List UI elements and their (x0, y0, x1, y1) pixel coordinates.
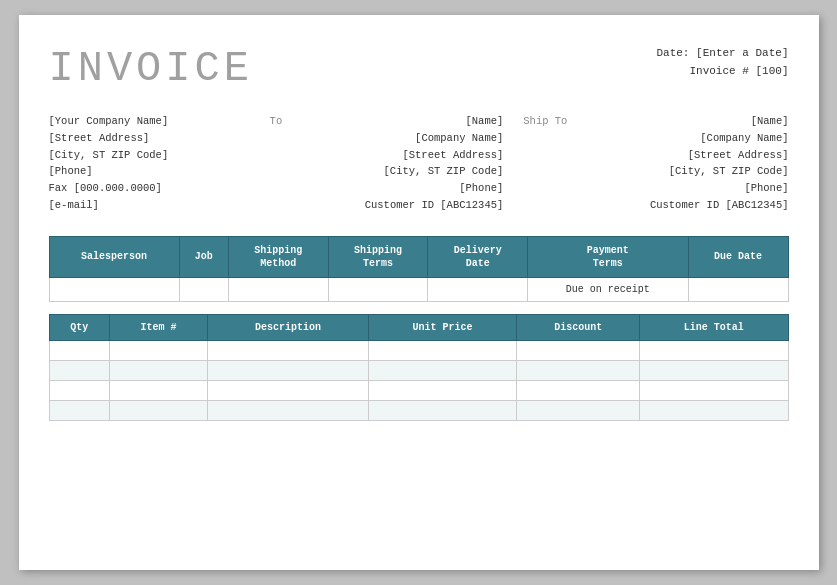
ship-line1: [Name] (587, 113, 788, 130)
item-row (49, 400, 788, 420)
cell-line-total[interactable] (640, 340, 788, 360)
cell-desc[interactable] (208, 360, 369, 380)
from-line2: [Street Address] (49, 130, 250, 147)
cell-item[interactable] (110, 400, 208, 420)
cell-discount[interactable] (517, 400, 640, 420)
cell-due-date[interactable] (688, 277, 788, 301)
item-row (49, 360, 788, 380)
from-line6: [e-mail] (49, 197, 250, 214)
cell-desc[interactable] (208, 340, 369, 360)
items-table: Qty Item # Description Unit Price Discou… (49, 314, 789, 421)
invoice-header: INVOICE Date: [Enter a Date] Invoice # [… (49, 45, 789, 93)
to-line5: [Phone] (302, 180, 503, 197)
ship-line2: [Company Name] (587, 130, 788, 147)
cell-line-total[interactable] (640, 380, 788, 400)
col-line-total: Line Total (640, 314, 788, 340)
cell-line-total[interactable] (640, 400, 788, 420)
col-description: Description (208, 314, 369, 340)
cell-shipping-terms[interactable] (328, 277, 428, 301)
cell-qty[interactable] (49, 380, 110, 400)
to-address: [Name] [Company Name] [Street Address] [… (302, 113, 503, 214)
ship-address: [Name] [Company Name] [Street Address] [… (587, 113, 788, 214)
items-table-section: Qty Item # Description Unit Price Discou… (49, 314, 789, 421)
col-payment-terms: PaymentTerms (528, 236, 689, 277)
cell-unit-price[interactable] (368, 360, 516, 380)
col-salesperson: Salesperson (49, 236, 179, 277)
ship-line4: [City, ST ZIP Code] (587, 163, 788, 180)
to-line1: [Name] (302, 113, 503, 130)
order-table-section: Salesperson Job ShippingMethod ShippingT… (49, 236, 789, 302)
to-line4: [City, ST ZIP Code] (302, 163, 503, 180)
invoice-title: INVOICE (49, 45, 253, 93)
to-line3: [Street Address] (302, 147, 503, 164)
ship-line3: [Street Address] (587, 147, 788, 164)
to-label: To (250, 113, 303, 214)
cell-salesperson[interactable] (49, 277, 179, 301)
header-right: Date: [Enter a Date] Invoice # [100] (656, 45, 788, 80)
cell-discount[interactable] (517, 360, 640, 380)
ship-line6: Customer ID [ABC12345] (587, 197, 788, 214)
cell-desc[interactable] (208, 400, 369, 420)
from-line1: [Your Company Name] (49, 113, 250, 130)
col-shipping-method: ShippingMethod (228, 236, 328, 277)
col-shipping-terms: ShippingTerms (328, 236, 428, 277)
cell-job[interactable] (179, 277, 228, 301)
item-row (49, 380, 788, 400)
cell-line-total[interactable] (640, 360, 788, 380)
col-job: Job (179, 236, 228, 277)
address-section: [Your Company Name] [Street Address] [Ci… (49, 113, 789, 214)
invoice-page: INVOICE Date: [Enter a Date] Invoice # [… (19, 15, 819, 570)
to-line2: [Company Name] (302, 130, 503, 147)
cell-discount[interactable] (517, 340, 640, 360)
col-item-num: Item # (110, 314, 208, 340)
cell-payment-terms[interactable]: Due on receipt (528, 277, 689, 301)
col-delivery-date: DeliveryDate (428, 236, 528, 277)
ship-to-label: Ship To (503, 113, 587, 214)
ship-line5: [Phone] (587, 180, 788, 197)
item-row (49, 340, 788, 360)
cell-unit-price[interactable] (368, 400, 516, 420)
col-unit-price: Unit Price (368, 314, 516, 340)
order-header-row: Salesperson Job ShippingMethod ShippingT… (49, 236, 788, 277)
col-discount: Discount (517, 314, 640, 340)
from-line4: [Phone] (49, 163, 250, 180)
cell-item[interactable] (110, 360, 208, 380)
cell-discount[interactable] (517, 380, 640, 400)
cell-delivery-date[interactable] (428, 277, 528, 301)
cell-item[interactable] (110, 380, 208, 400)
cell-item[interactable] (110, 340, 208, 360)
cell-qty[interactable] (49, 360, 110, 380)
col-qty: Qty (49, 314, 110, 340)
cell-unit-price[interactable] (368, 340, 516, 360)
order-data-row: Due on receipt (49, 277, 788, 301)
items-header-row: Qty Item # Description Unit Price Discou… (49, 314, 788, 340)
cell-unit-price[interactable] (368, 380, 516, 400)
to-line6: Customer ID [ABC12345] (302, 197, 503, 214)
invoice-number: Invoice # [100] (656, 63, 788, 81)
col-due-date: Due Date (688, 236, 788, 277)
from-address: [Your Company Name] [Street Address] [Ci… (49, 113, 250, 214)
cell-qty[interactable] (49, 340, 110, 360)
order-table: Salesperson Job ShippingMethod ShippingT… (49, 236, 789, 302)
cell-qty[interactable] (49, 400, 110, 420)
from-line3: [City, ST ZIP Code] (49, 147, 250, 164)
invoice-date: Date: [Enter a Date] (656, 45, 788, 63)
from-line5: Fax [000.000.0000] (49, 180, 250, 197)
cell-desc[interactable] (208, 380, 369, 400)
cell-shipping-method[interactable] (228, 277, 328, 301)
